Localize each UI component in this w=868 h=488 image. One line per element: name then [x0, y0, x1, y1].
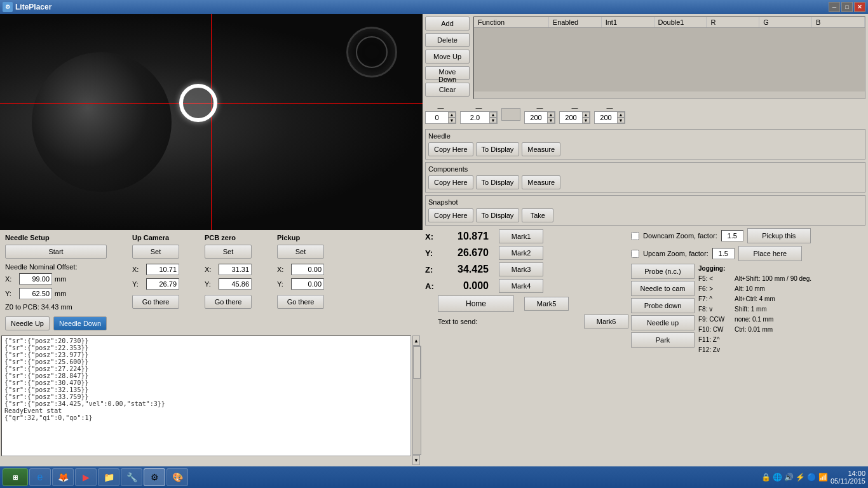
close-button[interactable]: ✕: [854, 2, 865, 12]
spinner5-up[interactable]: ▲: [617, 112, 625, 118]
components-to-display-button[interactable]: To Display: [476, 175, 520, 189]
scroll-down-arrow[interactable]: ▼: [412, 455, 420, 465]
park-button[interactable]: Park: [631, 332, 695, 348]
spinner3-up[interactable]: ▲: [547, 112, 555, 118]
pickup-y-input[interactable]: [291, 278, 324, 290]
taskbar-app2[interactable]: 🎨: [166, 468, 188, 486]
probe-down-button[interactable]: Probe down: [631, 298, 695, 313]
components-measure-button[interactable]: Measure: [522, 175, 560, 189]
spinner1-control: ▲ ▼: [425, 111, 456, 124]
up-cam-y-input[interactable]: [146, 278, 179, 290]
snapshot-take-button[interactable]: Take: [522, 208, 553, 222]
spinner3-label: —: [537, 104, 543, 111]
actions-jogging-row: Probe (n.c.) Needle to cam Probe down Ne…: [631, 264, 865, 355]
scrollbar[interactable]: ▲ ▼: [412, 336, 421, 465]
move-up-button[interactable]: Move Up: [425, 50, 470, 64]
minimize-button[interactable]: ─: [829, 2, 840, 12]
spinner4-down[interactable]: ▼: [582, 118, 590, 123]
spinner1-input[interactable]: [426, 112, 448, 123]
needle-copy-here-button[interactable]: Copy Here: [428, 142, 473, 156]
needle-up-button[interactable]: Needle Up: [5, 316, 50, 330]
spinner4-up[interactable]: ▲: [582, 112, 590, 118]
pcb-x-row: X:: [205, 264, 252, 275]
pickup-x-input[interactable]: [291, 264, 324, 275]
spinner3-down[interactable]: ▼: [547, 118, 555, 123]
snapshot-to-display-button[interactable]: To Display: [476, 208, 520, 222]
pcb-y-input[interactable]: [219, 278, 252, 290]
clear-button[interactable]: Clear: [425, 83, 470, 97]
move-down-button[interactable]: Move Down: [425, 66, 470, 80]
needle-to-display-button[interactable]: To Display: [476, 142, 520, 156]
spinner3-input[interactable]: [525, 112, 547, 123]
mark3-button[interactable]: Mark3: [499, 262, 543, 276]
y-offset-input[interactable]: [19, 288, 52, 299]
pcb-x-input[interactable]: [219, 264, 252, 275]
spinner1-arrows[interactable]: ▲ ▼: [448, 112, 456, 123]
needle-measure-button[interactable]: Measure: [522, 142, 560, 156]
upcam-zoom-checkbox[interactable]: [631, 250, 639, 258]
downcam-zoom-checkbox[interactable]: [631, 232, 639, 240]
pcb-zero-go-button[interactable]: Go there: [205, 295, 252, 309]
spinner1-down[interactable]: ▼: [448, 118, 456, 123]
tray-icon-1: 🔒: [761, 473, 771, 482]
taskbar-folder[interactable]: 📁: [98, 468, 119, 486]
f7-key: F7: ^: [698, 294, 724, 304]
liteplacer-icon: ⚙: [148, 471, 161, 484]
spinner4-group: — ▲ ▼: [559, 104, 590, 124]
taskbar-liteplacer[interactable]: ⚙: [144, 468, 165, 486]
snapshot-copy-here-button[interactable]: Copy Here: [428, 208, 473, 222]
needle-up-action-button[interactable]: Needle up: [631, 315, 695, 330]
spinner2-down[interactable]: ▼: [489, 118, 497, 123]
up-cam-x-input[interactable]: [146, 264, 179, 275]
spinner4-arrows[interactable]: ▲ ▼: [582, 112, 590, 123]
components-copy-here-button[interactable]: Copy Here: [428, 175, 473, 189]
spinner4-input[interactable]: [560, 112, 582, 123]
function-area: Add Delete Move Up Move Down Clear Funct…: [425, 17, 865, 99]
mark2-button[interactable]: Mark2: [499, 246, 543, 260]
scroll-thumb[interactable]: [413, 346, 421, 379]
color-swatch: [501, 108, 520, 121]
upcam-zoom-input[interactable]: [712, 248, 735, 259]
up-camera-set-button[interactable]: Set: [132, 245, 179, 259]
taskbar-app1[interactable]: 🔧: [121, 468, 142, 486]
start-menu-button[interactable]: ⊞: [3, 468, 28, 486]
place-here-button[interactable]: Place here: [738, 246, 802, 261]
mark4-button[interactable]: Mark4: [499, 279, 543, 293]
scroll-up-arrow[interactable]: ▲: [412, 336, 420, 346]
mark1-button[interactable]: Mark1: [499, 229, 543, 243]
spinner1-up[interactable]: ▲: [448, 112, 456, 118]
delete-button[interactable]: Delete: [425, 33, 470, 47]
needle-down-button[interactable]: Needle Down: [53, 316, 107, 330]
start-button[interactable]: Start: [5, 245, 107, 259]
x-offset-input[interactable]: [19, 273, 52, 285]
spinner5-arrows[interactable]: ▲ ▼: [617, 112, 625, 123]
add-button[interactable]: Add: [425, 17, 470, 30]
spinner3-arrows[interactable]: ▲ ▼: [547, 112, 555, 123]
up-camera-go-button[interactable]: Go there: [132, 295, 179, 309]
taskbar-firefox[interactable]: 🦊: [52, 468, 74, 486]
pickup-go-button[interactable]: Go there: [277, 295, 324, 309]
pcb-zero-set-button[interactable]: Set: [205, 245, 252, 259]
home-button[interactable]: Home: [438, 295, 514, 312]
pickup-set-button[interactable]: Set: [277, 245, 324, 259]
maximize-button[interactable]: □: [841, 2, 853, 12]
mark5-button[interactable]: Mark5: [524, 297, 569, 311]
downcam-zoom-input[interactable]: [721, 230, 743, 241]
taskbar-media[interactable]: ▶: [75, 468, 97, 486]
spinner2-input[interactable]: [461, 112, 489, 123]
spinner5-down[interactable]: ▼: [617, 118, 625, 123]
tray-icon-3: 🔊: [784, 473, 794, 482]
needle-to-cam-button[interactable]: Needle to cam: [631, 281, 695, 296]
taskbar-ie[interactable]: e: [29, 468, 51, 486]
tray-icon-4: ⚡: [796, 473, 805, 482]
console-area[interactable]: {"sr":{"posz":20.730}}{"sr":{"posz":22.3…: [1, 336, 411, 456]
spinner2-up[interactable]: ▲: [489, 112, 497, 118]
spinner2-arrows[interactable]: ▲ ▼: [489, 112, 497, 123]
needle-buttons: Needle Up Needle Down: [5, 316, 107, 330]
spinner5-input[interactable]: [595, 112, 617, 123]
titlebar-controls[interactable]: ─ □ ✕: [829, 2, 865, 12]
mark6-button[interactable]: Mark6: [584, 315, 628, 329]
pickup-this-button[interactable]: Pickup this: [747, 228, 811, 243]
probe-nc-button[interactable]: Probe (n.c.): [631, 264, 695, 279]
spinner1-label: —: [438, 104, 444, 111]
